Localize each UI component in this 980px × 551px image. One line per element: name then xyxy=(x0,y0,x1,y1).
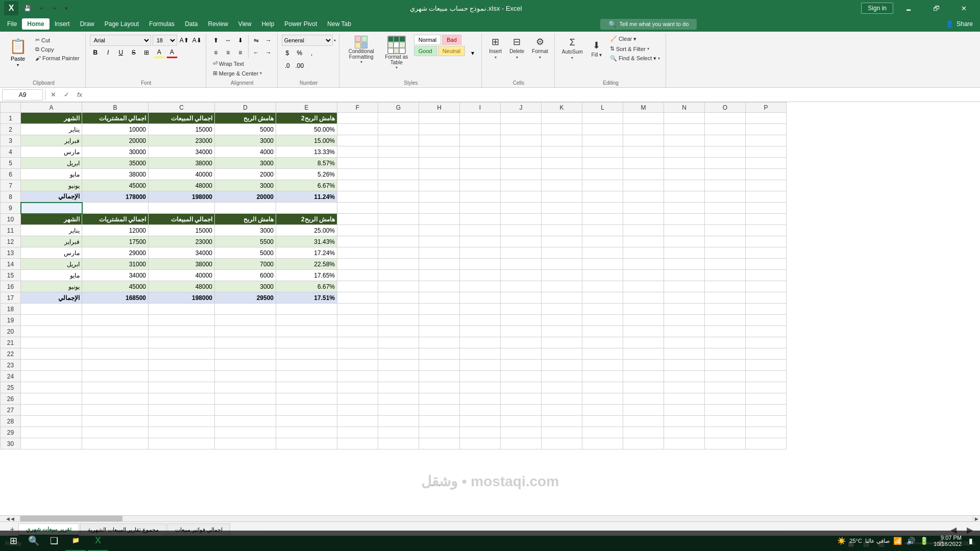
data-cell[interactable]: 29000 xyxy=(82,247,149,259)
empty-cell[interactable] xyxy=(623,247,664,259)
data-cell[interactable]: 3000 xyxy=(215,135,276,146)
menu-page-layout[interactable]: Page Layout xyxy=(100,18,144,30)
empty-cell[interactable] xyxy=(337,360,378,371)
empty-cell[interactable] xyxy=(419,113,460,124)
empty-cell[interactable] xyxy=(746,360,787,371)
formula-input[interactable] xyxy=(87,89,978,101)
empty-cell[interactable] xyxy=(582,405,623,416)
empty-cell[interactable] xyxy=(149,304,215,315)
empty-cell[interactable] xyxy=(149,326,215,337)
menu-draw[interactable]: Draw xyxy=(75,18,100,30)
align-top-btn[interactable]: ⬆ xyxy=(210,35,222,46)
empty-cell[interactable] xyxy=(215,438,276,449)
data-cell[interactable]: 30000 xyxy=(82,146,149,158)
empty-cell[interactable] xyxy=(82,382,149,393)
empty-cell[interactable] xyxy=(276,348,337,360)
style-good[interactable]: Good xyxy=(414,46,437,56)
empty-cell[interactable] xyxy=(582,438,623,449)
empty-cell[interactable] xyxy=(664,158,705,169)
style-neutral[interactable]: Neutral xyxy=(438,46,465,56)
scroll-thumb[interactable] xyxy=(20,516,122,522)
header-cell[interactable]: هامش الربح2 xyxy=(276,113,337,124)
empty-cell[interactable] xyxy=(623,438,664,449)
empty-cell[interactable] xyxy=(623,304,664,315)
empty-cell[interactable] xyxy=(664,203,705,214)
data-cell[interactable]: 5500 xyxy=(215,236,276,247)
empty-cell[interactable] xyxy=(623,135,664,146)
menu-review[interactable]: Review xyxy=(203,18,233,30)
empty-cell[interactable] xyxy=(378,326,419,337)
empty-cell[interactable] xyxy=(501,360,542,371)
empty-cell[interactable] xyxy=(419,360,460,371)
empty-cell[interactable] xyxy=(460,405,501,416)
empty-cell[interactable] xyxy=(746,203,787,214)
menu-data[interactable]: Data xyxy=(180,18,203,30)
empty-cell[interactable] xyxy=(149,438,215,449)
empty-cell[interactable] xyxy=(542,214,582,225)
empty-cell[interactable] xyxy=(378,158,419,169)
font-color-btn[interactable]: A xyxy=(166,47,178,58)
data-cell[interactable]: 38000 xyxy=(149,259,215,270)
empty-cell[interactable] xyxy=(82,348,149,360)
empty-cell[interactable] xyxy=(705,405,746,416)
empty-cell[interactable] xyxy=(460,146,501,158)
empty-cell[interactable] xyxy=(501,348,542,360)
col-header-G[interactable]: G xyxy=(378,103,419,113)
empty-cell[interactable] xyxy=(582,113,623,124)
col-header-L[interactable]: L xyxy=(582,103,623,113)
empty-cell[interactable] xyxy=(705,326,746,337)
start-btn[interactable]: ⊞ xyxy=(4,532,22,550)
empty-cell[interactable] xyxy=(276,393,337,405)
empty-cell[interactable] xyxy=(276,203,337,214)
align-bottom-btn[interactable]: ⬇ xyxy=(235,35,246,46)
empty-cell[interactable] xyxy=(705,158,746,169)
empty-cell[interactable] xyxy=(337,191,378,203)
data-cell[interactable]: 23000 xyxy=(149,135,215,146)
empty-cell[interactable] xyxy=(705,427,746,438)
data-cell[interactable]: 20000 xyxy=(215,191,276,203)
conditional-formatting-btn[interactable]: ConditionalFormatting ▾ xyxy=(344,35,379,65)
empty-cell[interactable] xyxy=(460,180,501,191)
menu-view[interactable]: View xyxy=(233,18,257,30)
empty-cell[interactable] xyxy=(82,416,149,427)
insert-btn[interactable]: ⊞ Insert ▾ xyxy=(486,35,505,61)
empty-cell[interactable] xyxy=(149,360,215,371)
empty-cell[interactable] xyxy=(337,405,378,416)
empty-cell[interactable] xyxy=(501,326,542,337)
data-cell[interactable]: فبراير xyxy=(21,236,82,247)
empty-cell[interactable] xyxy=(664,405,705,416)
font-size-select[interactable]: 18 xyxy=(153,35,177,46)
empty-cell[interactable] xyxy=(623,203,664,214)
increase-indent-btn[interactable]: → xyxy=(263,47,274,58)
header-cell[interactable]: هامش الربح2 xyxy=(276,214,337,225)
empty-cell[interactable] xyxy=(337,146,378,158)
fill-btn[interactable]: ⬇ Fill ▾ xyxy=(587,35,606,63)
empty-cell[interactable] xyxy=(664,214,705,225)
empty-cell[interactable] xyxy=(705,124,746,135)
bold-btn[interactable]: B xyxy=(90,47,101,58)
empty-cell[interactable] xyxy=(542,225,582,236)
empty-cell[interactable] xyxy=(21,393,82,405)
empty-cell[interactable] xyxy=(705,416,746,427)
empty-cell[interactable] xyxy=(419,203,460,214)
empty-cell[interactable] xyxy=(337,169,378,180)
empty-cell[interactable] xyxy=(582,315,623,326)
data-cell[interactable]: 6.67% xyxy=(276,281,337,292)
data-cell[interactable]: فبراير xyxy=(21,135,82,146)
col-header-J[interactable]: J xyxy=(501,103,542,113)
volume-icon[interactable]: 🔊 xyxy=(906,536,916,546)
empty-cell[interactable] xyxy=(582,158,623,169)
empty-cell[interactable] xyxy=(501,281,542,292)
share-btn[interactable]: 👤 Share xyxy=(941,20,978,28)
empty-cell[interactable] xyxy=(276,337,337,348)
empty-cell[interactable] xyxy=(664,113,705,124)
col-header-O[interactable]: O xyxy=(705,103,746,113)
empty-cell[interactable] xyxy=(276,326,337,337)
empty-cell[interactable] xyxy=(542,180,582,191)
header-cell[interactable]: الشهر xyxy=(21,113,82,124)
empty-cell[interactable] xyxy=(542,113,582,124)
empty-cell[interactable] xyxy=(82,438,149,449)
col-header-I[interactable]: I xyxy=(460,103,501,113)
data-cell[interactable]: ابريل xyxy=(21,259,82,270)
empty-cell[interactable] xyxy=(746,337,787,348)
